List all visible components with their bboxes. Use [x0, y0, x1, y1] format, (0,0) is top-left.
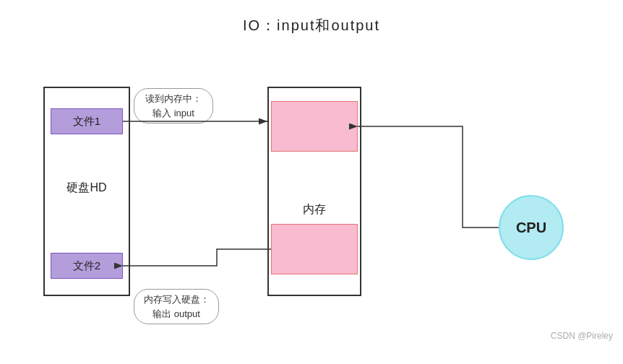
- file2-block: 文件2: [51, 253, 123, 279]
- diagram-area: 硬盘HD 文件1 文件2 内存 CPU 读到内存中： 输入 input 内存写入…: [0, 43, 623, 347]
- annotation2-line1: 内存写入硬盘：: [144, 294, 210, 305]
- annotation1-line1: 读到内存中：: [145, 93, 202, 104]
- page-title: IO：input和output: [0, 0, 623, 35]
- arrow-mem2-to-file2: [123, 249, 271, 266]
- mem-block1: [271, 101, 358, 152]
- annotation1: 读到内存中： 输入 input: [134, 88, 213, 124]
- hd-label: 硬盘HD: [43, 181, 130, 196]
- annotation1-line2: 输入 input: [152, 108, 194, 118]
- mem-block2: [271, 224, 358, 274]
- mem-label: 内存: [267, 202, 361, 217]
- cpu-circle: CPU: [499, 195, 564, 260]
- annotation2: 内存写入硬盘： 输出 output: [134, 289, 219, 324]
- arrow-cpu-to-mem1: [358, 126, 499, 228]
- watermark: CSDN @Pireley: [551, 331, 613, 341]
- file1-block: 文件1: [51, 108, 123, 134]
- annotation2-line2: 输出 output: [152, 308, 200, 319]
